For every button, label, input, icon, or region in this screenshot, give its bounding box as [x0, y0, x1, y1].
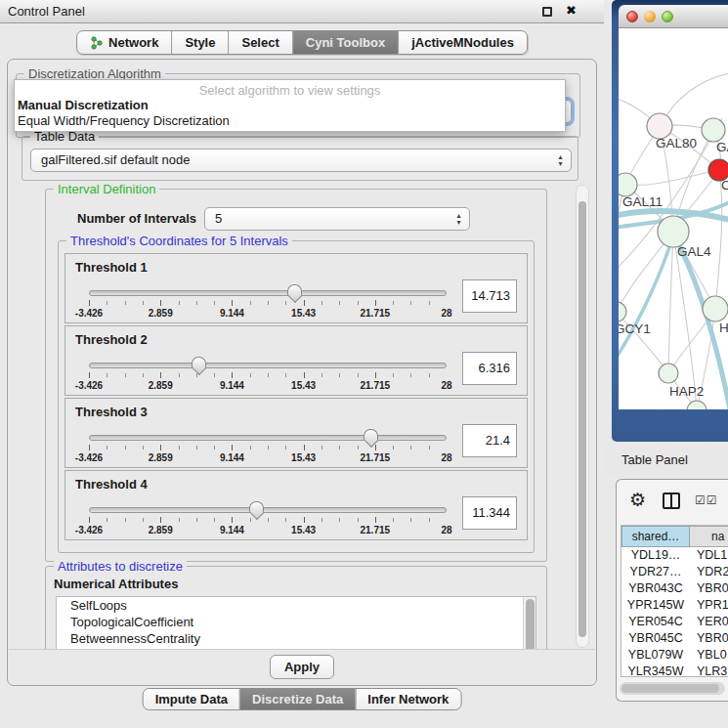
tab-style-label: Style [185, 35, 215, 50]
node-hap2[interactable] [659, 364, 678, 383]
threshold-3-slider[interactable]: -3.426 2.859 9.144 15.43 21.715 28 [89, 430, 447, 467]
node-label: GAL11 [622, 194, 663, 209]
tab-style[interactable]: Style [172, 31, 229, 54]
gear-icon[interactable]: ⚙ [629, 489, 646, 511]
attributes-legend: Attributes to discretize [54, 559, 187, 574]
node-h[interactable] [703, 296, 728, 321]
tab-impute-data[interactable]: Impute Data [144, 689, 240, 709]
threshold-4-value-field[interactable]: 11.344 [462, 496, 517, 530]
slider-track [89, 363, 447, 368]
numerical-attributes-heading: Numerical Attributes [54, 577, 178, 591]
node-label: C [721, 178, 728, 193]
apply-button[interactable]: Apply [270, 655, 334, 679]
threshold-1-value-field[interactable]: 14.713 [462, 279, 517, 313]
network-window-frame: GAL80 GA C GAL11 GAL4 GCY1 H HAP2 [612, 0, 728, 442]
tab-select-label: Select [241, 35, 278, 50]
table-panel-titlebar: Table Panel [604, 445, 728, 476]
node-label: GAL4 [677, 244, 711, 259]
algorithm-prompt-option[interactable]: Select algorithm to view settings [15, 80, 565, 98]
table-data-combobox[interactable]: galFiltered.sif default node ▴▾ [30, 149, 572, 172]
column-header-shared-name[interactable]: shared… [621, 526, 690, 547]
panel-title: Control Panel [8, 4, 85, 19]
tab-cyni-toolbox[interactable]: Cyni Toolbox [293, 31, 399, 54]
list-item[interactable]: TopologicalCoefficient [57, 614, 535, 630]
slider-thumb[interactable] [249, 501, 264, 513]
zoom-traffic-light-icon[interactable] [662, 11, 673, 22]
slider-tick-labels: -3.426 2.859 9.144 15.43 21.715 28 [89, 308, 447, 320]
slider-thumb[interactable] [192, 357, 206, 368]
slider-major-ticks [89, 445, 447, 450]
node-label: H [719, 321, 728, 335]
table-horizontal-scrollbar[interactable] [620, 682, 725, 695]
threshold-2-row: Threshold 2 -3.426 2.859 9.144 15.43 [64, 325, 528, 396]
node-gcy1[interactable] [619, 302, 626, 321]
columns-icon[interactable] [663, 492, 680, 509]
tab-jactivemnodules[interactable]: jActiveMNodules [399, 31, 527, 54]
slider-track [89, 290, 447, 296]
algorithm-dropdown-popup: Select algorithm to view settings Manual… [14, 79, 566, 132]
tab-jactivemnodules-label: jActiveMNodules [411, 35, 514, 50]
tab-discretize-data-label: Discretize Data [252, 692, 343, 707]
threshold-1-row: Threshold 1 -3.426 2.859 9.144 15.43 [64, 253, 528, 323]
table-row[interactable]: YBR043CYBR0 [621, 580, 728, 597]
slider-thumb[interactable] [287, 284, 302, 296]
threshold-3-value-field[interactable]: 21.4 [462, 424, 517, 457]
numerical-attributes-list: SelfLoops TopologicalCoefficient Between… [56, 596, 536, 650]
slider-major-ticks [89, 372, 447, 378]
settings-scrollbar[interactable] [576, 185, 589, 648]
node-partial-topright[interactable] [702, 118, 725, 142]
stepper-icon: ▴▾ [553, 151, 568, 169]
checkbox-icons[interactable]: ☑☑ [695, 493, 718, 507]
threshold-2-value-field[interactable]: 6.316 [462, 352, 517, 385]
network-graph: GAL80 GA C GAL11 GAL4 GCY1 H HAP2 [619, 28, 728, 409]
threshold-2-label: Threshold 2 [75, 332, 148, 347]
slider-tick-labels: -3.426 2.859 9.144 15.43 21.715 28 [89, 452, 447, 464]
threshold-4-slider[interactable]: -3.426 2.859 9.144 15.43 21.715 28 [89, 502, 447, 539]
tab-infer-network[interactable]: Infer Network [356, 689, 460, 709]
cyni-toolbox-panel: Discretization Algorithm ▴▾ Select algor… [7, 59, 597, 686]
table-panel: ⚙ ☑☑ shared… na YDL19…YDL1 YDR27…YDR2 YB… [616, 479, 728, 702]
slider-thumb[interactable] [364, 429, 378, 441]
threshold-1-slider[interactable]: -3.426 2.859 9.144 15.43 21.715 28 [89, 285, 447, 322]
option-equal-width-frequency[interactable]: Equal Width/Frequency Discretization [15, 113, 565, 129]
network-window-titlebar[interactable] [619, 5, 728, 28]
table-row[interactable]: YDL19…YDL1 [621, 547, 728, 564]
node-label: HAP2 [669, 384, 704, 399]
slider-track [89, 435, 447, 441]
network-icon [90, 36, 104, 50]
table-row[interactable]: YPR145WYPR1 [621, 597, 728, 614]
number-of-intervals-value: 5 [215, 211, 222, 226]
tab-network[interactable]: Network [77, 31, 172, 54]
attributes-scrollbar[interactable] [523, 597, 535, 650]
table-row[interactable]: YBR045CYBR0 [621, 630, 728, 647]
minimize-traffic-light-icon[interactable] [644, 11, 656, 22]
column-header-name[interactable]: na [690, 526, 728, 547]
list-item[interactable]: SelfLoops [57, 597, 535, 614]
close-traffic-light-icon[interactable] [626, 11, 638, 22]
threshold-3-row: Threshold 3 -3.426 2.859 9.144 15.43 [64, 398, 528, 468]
node-label: GAL80 [656, 136, 697, 150]
tab-discretize-data[interactable]: Discretize Data [240, 689, 356, 709]
number-of-intervals-combobox[interactable]: 5 ▴▾ [204, 207, 470, 231]
tab-impute-data-label: Impute Data [155, 692, 228, 707]
float-window-icon[interactable] [542, 7, 552, 17]
node-gal4[interactable] [658, 216, 689, 247]
close-icon[interactable]: ✖ [566, 3, 577, 18]
attributes-group: Attributes to discretize Numerical Attri… [45, 566, 547, 650]
table-row[interactable]: YBL079WYBL0 [621, 647, 728, 664]
slider-tick-labels: -3.426 2.859 9.144 15.43 21.715 28 [89, 525, 447, 536]
node-gal11[interactable] [619, 173, 637, 196]
network-canvas[interactable]: GAL80 GA C GAL11 GAL4 GCY1 H HAP2 [619, 28, 728, 409]
tab-select[interactable]: Select [229, 31, 292, 54]
node-partial-bottom[interactable] [687, 401, 707, 409]
tab-network-label: Network [108, 35, 158, 50]
node-label: GA [716, 140, 728, 154]
table-row[interactable]: YER054CYER0 [621, 614, 728, 630]
list-item[interactable]: BetweennessCentrality [57, 630, 535, 647]
table-row[interactable]: YDR27…YDR2 [621, 564, 728, 580]
network-window: GAL80 GA C GAL11 GAL4 GCY1 H HAP2 [619, 5, 728, 410]
threshold-2-slider[interactable]: -3.426 2.859 9.144 15.43 21.715 28 [89, 358, 447, 395]
option-manual-discretization[interactable]: Manual Discretization [15, 98, 565, 113]
table-header-row: shared… na [621, 526, 728, 547]
table-row[interactable]: YLR345WYLR3 [621, 664, 728, 677]
